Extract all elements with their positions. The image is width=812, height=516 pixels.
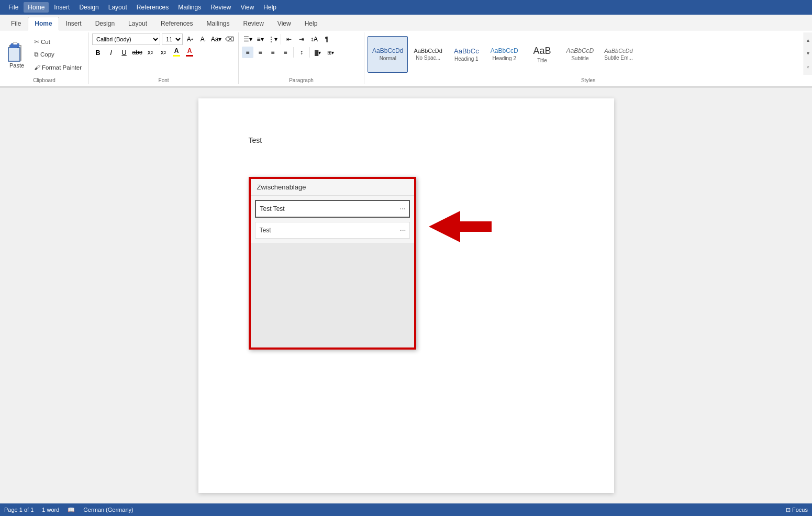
paragraph-group-label: Paragraph (239, 77, 364, 83)
proofing-icon[interactable]: 📖 (68, 507, 75, 513)
style-subtle-emphasis[interactable]: AaBbCcDd Subtle Em... (599, 36, 637, 73)
tab-layout[interactable]: Layout (121, 16, 154, 30)
style-heading2-preview: AaBbCcD (491, 47, 518, 54)
style-heading1-label: Heading 1 (454, 56, 479, 62)
borders-button[interactable]: ⊞▾ (325, 47, 336, 58)
underline-button[interactable]: U (118, 47, 130, 58)
menu-help[interactable]: Help (259, 2, 281, 13)
paste-button[interactable]: Paste (3, 35, 30, 75)
clipboard-item-2-menu[interactable]: ··· (400, 226, 406, 234)
document-page[interactable]: Test Zwischenablage Test Test ··· Test ·… (198, 98, 614, 493)
menu-references[interactable]: References (132, 2, 173, 13)
shading-button[interactable]: ▓▾ (312, 47, 324, 58)
status-words[interactable]: 1 word (42, 507, 59, 513)
style-no-spacing[interactable]: AaBbCcDd No Spac... (409, 36, 447, 73)
clipboard-item-1-menu[interactable]: ··· (399, 204, 406, 212)
style-heading1[interactable]: AaBbCc Heading 1 (448, 36, 485, 73)
red-arrow (429, 208, 492, 246)
status-page[interactable]: Page 1 of 1 (4, 507, 34, 513)
ribbon: File Home Insert Design Layout Reference… (0, 15, 812, 88)
clipboard-item-2-text: Test (260, 227, 271, 234)
subscript-button[interactable]: x2 (144, 47, 156, 58)
status-bar: Page 1 of 1 1 word 📖 German (Germany) ⊡ … (0, 503, 812, 516)
clipboard-panel-bottom (251, 243, 414, 347)
menu-home[interactable]: Home (24, 2, 49, 13)
menu-layout[interactable]: Layout (104, 2, 131, 13)
superscript-button[interactable]: x2 (158, 47, 169, 58)
menu-file[interactable]: File (4, 2, 23, 13)
bullets-button[interactable]: ☰▾ (242, 33, 253, 45)
clear-formatting-button[interactable]: ⌫ (224, 33, 235, 45)
focus-button[interactable]: ⊡ Focus (786, 507, 808, 513)
menu-review[interactable]: Review (206, 2, 235, 13)
tab-review[interactable]: Review (236, 16, 270, 30)
font-size-select[interactable]: 11 (162, 33, 183, 45)
tab-file[interactable]: File (4, 16, 28, 30)
style-title[interactable]: AaB Title (524, 36, 561, 73)
tab-help[interactable]: Help (298, 16, 325, 30)
style-no-spacing-preview: AaBbCcDd (414, 48, 442, 54)
clipboard-panel: Zwischenablage Test Test ··· Test ··· (249, 177, 416, 350)
format-painter-icon: 🖌 (34, 64, 40, 71)
tab-view[interactable]: View (271, 16, 298, 30)
cut-button[interactable]: ✂ Cut (32, 38, 83, 46)
status-right: ⊡ Focus (786, 507, 808, 513)
style-heading1-preview: AaBbCc (454, 47, 479, 55)
menu-design[interactable]: Design (75, 2, 103, 13)
clipboard-side: ✂ Cut ⧉ Copy 🖌 Format Painter (30, 35, 85, 75)
grow-font-button[interactable]: A+ (184, 33, 196, 45)
multilevel-list-button[interactable]: ⋮▾ (267, 33, 279, 45)
format-painter-button[interactable]: 🖌 Format Painter (32, 63, 83, 72)
clipboard-item-1-text: Test Test (260, 205, 285, 212)
align-left-button[interactable]: ≡ (242, 47, 253, 58)
sort-button[interactable]: ↕A (308, 33, 320, 45)
text-highlight-button[interactable]: A (171, 47, 182, 58)
clipboard-panel-item-2[interactable]: Test ··· (255, 222, 410, 239)
clipboard-group-label: Clipboard (0, 77, 88, 83)
font-color-button[interactable]: A (184, 47, 195, 58)
style-subtitle-preview: AaBbCcD (566, 47, 594, 54)
menu-mailings[interactable]: Mailings (174, 2, 205, 13)
copy-button[interactable]: ⧉ Copy (32, 50, 83, 59)
style-normal[interactable]: AaBbCcDd Normal (368, 36, 408, 73)
show-hide-button[interactable]: ¶ (321, 33, 332, 45)
style-subtitle-label: Subtitle (571, 55, 588, 61)
numbering-button[interactable]: ≡▾ (254, 33, 266, 45)
status-language[interactable]: German (Germany) (83, 507, 133, 513)
change-case-button[interactable]: Aa▾ (210, 33, 222, 45)
align-center-button[interactable]: ≡ (254, 47, 266, 58)
tab-references[interactable]: References (154, 16, 199, 30)
clipboard-panel-item-1[interactable]: Test Test ··· (255, 200, 410, 218)
ribbon-content: Paste ✂ Cut ⧉ Copy 🖌 Format Painter Clip… (0, 30, 812, 87)
increase-indent-button[interactable]: ⇥ (296, 33, 307, 45)
document-area: Test Zwischenablage Test Test ··· Test ·… (0, 88, 812, 503)
tab-home[interactable]: Home (28, 17, 59, 30)
highlight-color-bar (173, 55, 180, 57)
style-heading2[interactable]: AaBbCcD Heading 2 (486, 36, 523, 73)
strikethrough-button[interactable]: abc (131, 47, 143, 58)
tab-mailings[interactable]: Mailings (199, 16, 236, 30)
para-row2: ≡ ≡ ≡ ≡ ↕ ▓▾ ⊞▾ (242, 47, 361, 58)
decrease-indent-button[interactable]: ⇤ (283, 33, 295, 45)
menu-bar: File Home Insert Design Layout Reference… (0, 0, 812, 15)
justify-button[interactable]: ≡ (280, 47, 291, 58)
bold-button[interactable]: B (92, 47, 104, 58)
line-spacing-button[interactable]: ↕ (296, 47, 307, 58)
italic-button[interactable]: I (105, 47, 117, 58)
para-divider (281, 34, 281, 44)
style-subtitle[interactable]: AaBbCcD Subtitle (562, 36, 599, 73)
style-subtle-emphasis-preview: AaBbCcDd (604, 48, 632, 54)
copy-icon: ⧉ (34, 51, 39, 58)
font-row2: B I U abc x2 x2 A A (92, 47, 235, 58)
font-name-select[interactable]: Calibri (Body) (92, 33, 160, 45)
menu-insert[interactable]: Insert (50, 2, 74, 13)
tab-design[interactable]: Design (88, 16, 121, 30)
styles-group: AaBbCcDd Normal AaBbCcDd No Spac... AaBb… (364, 32, 812, 84)
shrink-font-button[interactable]: A- (197, 33, 209, 45)
menu-view[interactable]: View (237, 2, 259, 13)
styles-scroll-button[interactable]: ▲ ▼ ▿ (804, 32, 812, 75)
paste-label: Paste (9, 62, 24, 69)
align-right-button[interactable]: ≡ (267, 47, 279, 58)
tab-insert[interactable]: Insert (59, 16, 88, 30)
document-text[interactable]: Test (249, 136, 564, 144)
